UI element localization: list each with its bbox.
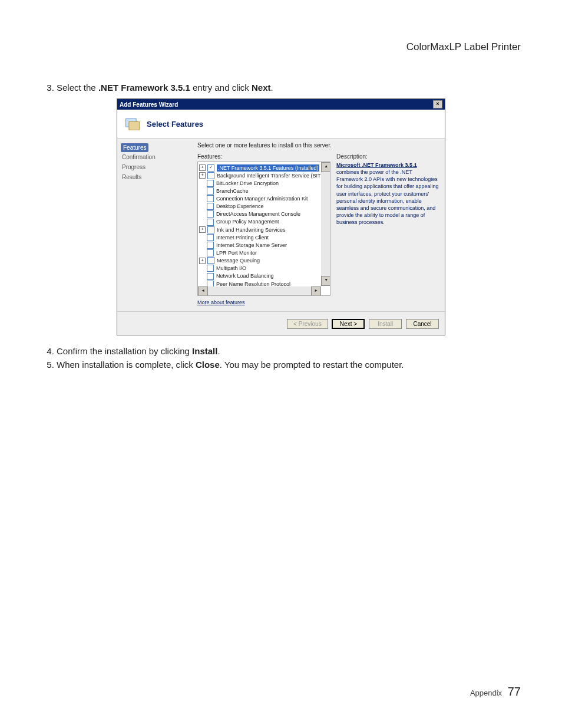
svg-rect-1 (129, 122, 140, 130)
feature-checkbox[interactable]: ✓ (207, 164, 214, 172)
expand-icon[interactable]: + (199, 258, 206, 264)
feature-checkbox[interactable] (207, 234, 214, 241)
install-button: Install (369, 319, 402, 329)
feature-item[interactable]: Internet Printing Client (199, 233, 329, 241)
feature-label: Ink and Handwriting Services (217, 226, 286, 233)
feature-checkbox[interactable] (207, 226, 214, 233)
feature-label: Message Queuing (217, 257, 260, 264)
feature-label: Group Policy Management (216, 218, 279, 225)
horizontal-scrollbar[interactable]: ◄ ► (198, 286, 321, 295)
feature-label: BitLocker Drive Encryption (216, 180, 279, 187)
feature-label: Internet Storage Name Server (216, 242, 287, 249)
wizard-button-row: < Previous Next > Install Cancel (117, 311, 445, 335)
scroll-up-icon[interactable]: ▲ (321, 162, 330, 172)
feature-label: Network Load Balancing (216, 272, 274, 279)
feature-label: DirectAccess Management Console (216, 210, 300, 218)
feature-label: Background Intelligent Transfer Service … (217, 172, 326, 179)
previous-button: < Previous (287, 319, 328, 329)
description-text: Microsoft .NET Framework 3.5.1 combines … (336, 162, 439, 226)
feature-item[interactable]: Internet Storage Name Server (199, 241, 329, 249)
wizard-content-pane: Select one or more features to install o… (195, 139, 445, 311)
feature-checkbox[interactable] (207, 242, 214, 249)
wizard-icon (124, 116, 141, 132)
feature-item[interactable]: Multipath I/O (199, 265, 329, 272)
feature-item[interactable]: LPR Port Monitor (199, 249, 329, 257)
wizard-step-results[interactable]: Results (121, 172, 191, 182)
feature-checkbox[interactable] (207, 172, 214, 179)
wizard-step-features[interactable]: Features (121, 143, 148, 152)
dialog-title: Add Features Wizard (120, 101, 178, 108)
page-footer: Appendix 77 (470, 685, 521, 699)
feature-item[interactable]: BranchCache (199, 187, 329, 195)
more-about-features-link[interactable]: More about features (197, 299, 245, 305)
scroll-down-icon[interactable]: ▼ (321, 276, 330, 286)
cancel-button[interactable]: Cancel (406, 319, 439, 329)
wizard-header-title: Select Features (147, 120, 203, 129)
scroll-right-icon[interactable]: ► (311, 286, 321, 296)
vertical-scrollbar[interactable]: ▲ ▼ (321, 162, 330, 286)
feature-item[interactable]: Connection Manager Administration Kit (199, 195, 329, 203)
close-icon[interactable]: × (433, 100, 442, 108)
feature-checkbox[interactable] (207, 219, 214, 226)
wizard-header: Select Features (117, 110, 445, 139)
feature-item[interactable]: +✓.NET Framework 3.5.1 Features (Install… (199, 164, 329, 172)
instruction-list-continued: Confirm the installation by clicking Ins… (41, 346, 521, 370)
wizard-step-confirmation[interactable]: Confirmation (121, 152, 191, 162)
instruction-step: Select the .NET Framework 3.5.1 entry an… (57, 83, 521, 93)
feature-checkbox[interactable] (207, 249, 214, 256)
feature-item[interactable]: +Background Intelligent Transfer Service… (199, 172, 329, 179)
feature-checkbox[interactable] (207, 273, 214, 280)
feature-item[interactable]: +Ink and Handwriting Services (199, 226, 329, 233)
features-label: Features: (197, 153, 330, 160)
description-title: Microsoft .NET Framework 3.5.1 (336, 162, 417, 168)
feature-label: .NET Framework 3.5.1 Features (Installed… (217, 164, 319, 172)
instruction-text: Select one or more features to install o… (197, 142, 439, 149)
instruction-list: Select the .NET Framework 3.5.1 entry an… (41, 83, 521, 93)
feature-label: LPR Port Monitor (216, 249, 257, 256)
feature-checkbox[interactable] (207, 195, 214, 202)
feature-item[interactable]: Network Load Balancing (199, 272, 329, 280)
feature-label: Connection Manager Administration Kit (216, 195, 308, 202)
feature-item[interactable]: Desktop Experience (199, 203, 329, 210)
instruction-step: When installation is complete, click Clo… (57, 360, 521, 370)
wizard-steps-pane: FeaturesConfirmationProgressResults (117, 139, 195, 311)
document-body: Select the .NET Framework 3.5.1 entry an… (41, 83, 521, 370)
feature-checkbox[interactable] (207, 257, 214, 264)
feature-checkbox[interactable] (207, 265, 214, 272)
dialog-titlebar: Add Features Wizard × (117, 99, 445, 110)
features-tree[interactable]: +✓.NET Framework 3.5.1 Features (Install… (197, 162, 330, 296)
feature-checkbox[interactable] (207, 180, 214, 187)
description-label: Description: (336, 153, 439, 160)
feature-checkbox[interactable] (207, 210, 214, 218)
feature-label: BranchCache (216, 187, 249, 195)
feature-checkbox[interactable] (207, 203, 214, 210)
expand-icon[interactable]: + (199, 226, 206, 233)
wizard-step-progress[interactable]: Progress (121, 162, 191, 172)
feature-item[interactable]: DirectAccess Management Console (199, 210, 329, 218)
add-features-wizard-dialog: Add Features Wizard × Select Features Fe… (117, 98, 445, 335)
expand-icon[interactable]: + (199, 172, 206, 179)
feature-label: Internet Printing Client (216, 234, 269, 241)
document-header: ColorMaxLP Label Printer (41, 41, 521, 53)
feature-item[interactable]: Remote Assistance (199, 295, 329, 296)
wizard-body: FeaturesConfirmationProgressResults Sele… (117, 139, 445, 311)
feature-item[interactable]: +Message Queuing (199, 257, 329, 265)
expand-icon[interactable]: + (199, 164, 206, 171)
page-number: 77 (508, 685, 521, 698)
feature-item[interactable]: Group Policy Management (199, 218, 329, 226)
instruction-step: Confirm the installation by clicking Ins… (57, 346, 521, 356)
feature-label: Multipath I/O (216, 265, 246, 272)
feature-label: Desktop Experience (216, 203, 264, 210)
feature-item[interactable]: BitLocker Drive Encryption (199, 179, 329, 187)
scroll-left-icon[interactable]: ◄ (198, 286, 208, 296)
feature-checkbox[interactable] (207, 187, 214, 195)
next-button[interactable]: Next > (332, 319, 365, 329)
